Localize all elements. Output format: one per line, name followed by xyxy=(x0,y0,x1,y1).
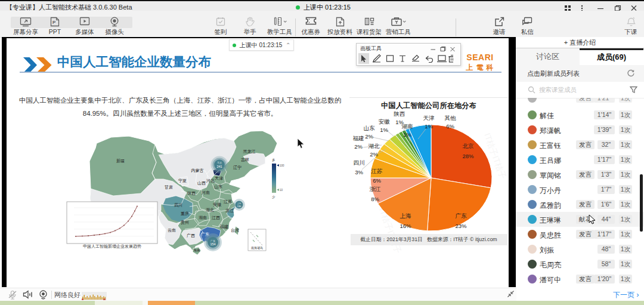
svg-text:南海诸岛: 南海诸岛 xyxy=(251,246,263,250)
svg-text:广东: 广东 xyxy=(210,239,215,242)
svg-text:贵州: 贵州 xyxy=(181,220,189,225)
svg-text:中国人工智能新增企业发展趋势: 中国人工智能新增企业发展趋势 xyxy=(83,244,141,249)
svg-text:多: 多 xyxy=(272,158,275,162)
svg-text:浙江: 浙江 xyxy=(225,208,234,213)
svg-text:100: 100 xyxy=(280,164,284,167)
svg-text:16%: 16% xyxy=(400,223,411,229)
svg-text:河北: 河北 xyxy=(206,178,215,183)
svg-text:海南: 海南 xyxy=(194,248,201,252)
svg-text:天津: 天津 xyxy=(423,115,435,121)
svg-text:台湾: 台湾 xyxy=(231,228,239,233)
svg-text:河南: 河南 xyxy=(201,190,210,195)
svg-text:浙江: 浙江 xyxy=(370,186,381,192)
svg-text:2%: 2% xyxy=(354,143,363,150)
svg-text:1%: 1% xyxy=(403,131,411,138)
svg-text:2%: 2% xyxy=(365,133,373,140)
svg-text:四川: 四川 xyxy=(354,159,365,166)
svg-text:新疆: 新疆 xyxy=(116,158,125,164)
svg-text:1%: 1% xyxy=(425,123,433,130)
svg-text:广东: 广东 xyxy=(456,212,467,219)
svg-text:安徽: 安徽 xyxy=(379,118,391,125)
svg-text:湖北: 湖北 xyxy=(369,143,380,149)
svg-text:云南: 云南 xyxy=(168,228,176,232)
svg-text:湖南: 湖南 xyxy=(199,215,207,220)
svg-text:湖北: 湖北 xyxy=(206,208,214,212)
svg-text:北京: 北京 xyxy=(217,161,222,164)
svg-text:上海: 上海 xyxy=(400,212,412,219)
svg-text:3%: 3% xyxy=(355,169,363,175)
svg-text:福建: 福建 xyxy=(220,224,228,229)
svg-text:中国人工智能公司所在地分布: 中国人工智能公司所在地分布 xyxy=(381,101,476,110)
svg-text:四川: 四川 xyxy=(174,203,182,208)
svg-text:其他: 其他 xyxy=(445,115,457,121)
svg-text:宁夏: 宁夏 xyxy=(178,178,187,183)
svg-text:山东: 山东 xyxy=(214,184,222,189)
svg-text:北京: 北京 xyxy=(463,143,475,149)
svg-text:甘肃: 甘肃 xyxy=(164,185,173,189)
svg-text:154: 154 xyxy=(210,242,215,246)
svg-text:2%: 2% xyxy=(370,151,378,158)
svg-text:P: P xyxy=(52,20,56,25)
svg-text:少: 少 xyxy=(272,195,275,199)
svg-text:10: 10 xyxy=(280,189,283,192)
svg-text:福建: 福建 xyxy=(353,135,364,141)
svg-text:天津: 天津 xyxy=(215,176,223,181)
svg-text:重庆: 重庆 xyxy=(181,211,189,215)
svg-text:辽宁: 辽宁 xyxy=(233,165,242,170)
svg-text:吉林: 吉林 xyxy=(241,158,249,162)
svg-text:130: 130 xyxy=(237,205,242,208)
svg-text:安徽: 安徽 xyxy=(213,202,221,207)
svg-text:黑龙江: 黑龙江 xyxy=(243,149,256,154)
svg-text:8%: 8% xyxy=(371,196,379,202)
svg-text:山东: 山东 xyxy=(364,125,376,131)
svg-text:1%: 1% xyxy=(380,127,388,133)
svg-text:截止日期：2021年3月31日 数据来源：IT桔子 ©: 截止日期：2021年3月31日 数据来源：IT桔子 © itjuzi.com xyxy=(360,236,497,242)
svg-text:陕西: 陕西 xyxy=(187,191,196,196)
svg-text:28%: 28% xyxy=(462,153,474,159)
svg-text:江西: 江西 xyxy=(212,215,220,220)
svg-text:湖南: 湖南 xyxy=(402,123,413,130)
svg-text:广西: 广西 xyxy=(187,233,195,238)
svg-text:6%: 6% xyxy=(446,123,454,130)
svg-text:江苏: 江苏 xyxy=(224,199,232,204)
svg-text:6%: 6% xyxy=(373,177,381,184)
svg-text:23%: 23% xyxy=(455,223,467,229)
svg-text:江苏: 江苏 xyxy=(371,168,383,174)
svg-text:241: 241 xyxy=(216,165,222,168)
svg-text:陕西: 陕西 xyxy=(394,110,405,117)
svg-text:内蒙古: 内蒙古 xyxy=(191,168,204,173)
svg-text:山西: 山西 xyxy=(197,181,206,186)
